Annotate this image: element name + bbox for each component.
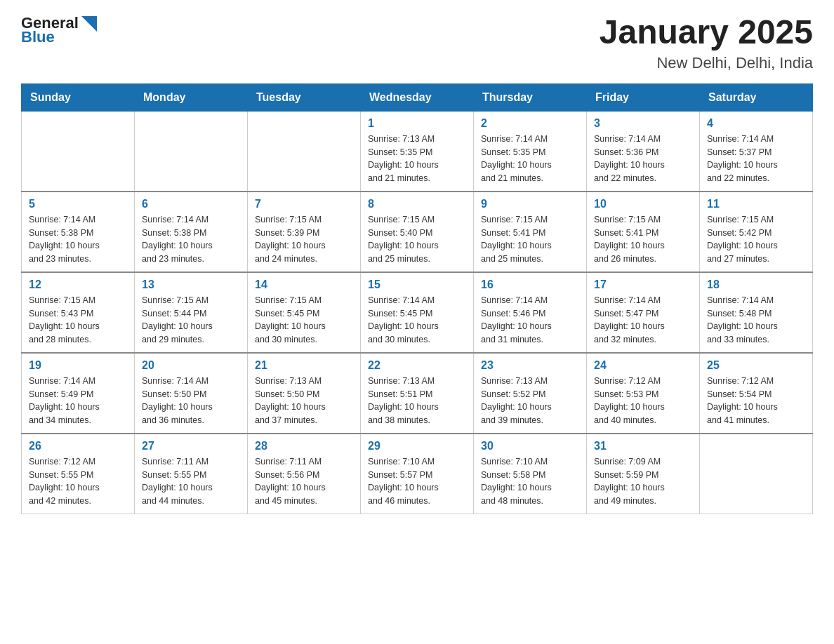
day-number: 21	[255, 359, 353, 372]
calendar-day-cell: 5Sunrise: 7:14 AMSunset: 5:38 PMDaylight…	[22, 192, 135, 272]
calendar-day-cell: 18Sunrise: 7:14 AMSunset: 5:48 PMDayligh…	[700, 272, 813, 353]
day-info: Sunrise: 7:14 AMSunset: 5:38 PMDaylight:…	[29, 213, 127, 266]
day-info: Sunrise: 7:15 AMSunset: 5:43 PMDaylight:…	[29, 294, 127, 347]
day-number: 11	[707, 198, 805, 210]
calendar-header-cell: Tuesday	[248, 83, 361, 111]
day-number: 5	[29, 198, 127, 210]
calendar-header-cell: Monday	[135, 83, 248, 111]
day-number: 31	[594, 440, 692, 452]
day-info: Sunrise: 7:09 AMSunset: 5:59 PMDaylight:…	[594, 455, 692, 508]
calendar-day-cell: 10Sunrise: 7:15 AMSunset: 5:41 PMDayligh…	[587, 192, 700, 272]
day-number: 17	[594, 279, 692, 291]
calendar-day-cell: 14Sunrise: 7:15 AMSunset: 5:45 PMDayligh…	[248, 272, 361, 353]
calendar-day-cell: 30Sunrise: 7:10 AMSunset: 5:58 PMDayligh…	[474, 434, 587, 514]
day-number: 16	[481, 279, 579, 291]
day-info: Sunrise: 7:14 AMSunset: 5:50 PMDaylight:…	[142, 375, 240, 427]
calendar-header-cell: Thursday	[474, 83, 587, 111]
day-number: 26	[29, 440, 127, 452]
day-info: Sunrise: 7:15 AMSunset: 5:45 PMDaylight:…	[255, 294, 353, 347]
day-info: Sunrise: 7:14 AMSunset: 5:38 PMDaylight:…	[142, 213, 240, 266]
calendar-day-cell: 24Sunrise: 7:12 AMSunset: 5:53 PMDayligh…	[587, 353, 700, 434]
calendar-header: SundayMondayTuesdayWednesdayThursdayFrid…	[22, 83, 813, 111]
calendar-day-cell: 2Sunrise: 7:14 AMSunset: 5:35 PMDaylight…	[474, 111, 587, 192]
day-info: Sunrise: 7:12 AMSunset: 5:55 PMDaylight:…	[29, 455, 127, 508]
calendar-day-cell: 28Sunrise: 7:11 AMSunset: 5:56 PMDayligh…	[248, 434, 361, 514]
calendar-day-cell: 11Sunrise: 7:15 AMSunset: 5:42 PMDayligh…	[700, 192, 813, 272]
calendar-day-cell	[22, 111, 135, 192]
day-info: Sunrise: 7:14 AMSunset: 5:47 PMDaylight:…	[594, 294, 692, 347]
day-info: Sunrise: 7:13 AMSunset: 5:35 PMDaylight:…	[368, 133, 466, 185]
day-number: 10	[594, 198, 692, 210]
day-info: Sunrise: 7:15 AMSunset: 5:42 PMDaylight:…	[707, 213, 805, 266]
calendar-week-row: 5Sunrise: 7:14 AMSunset: 5:38 PMDaylight…	[22, 192, 813, 272]
day-number: 24	[594, 359, 692, 372]
day-info: Sunrise: 7:13 AMSunset: 5:51 PMDaylight:…	[368, 375, 466, 427]
day-info: Sunrise: 7:11 AMSunset: 5:55 PMDaylight:…	[142, 455, 240, 508]
calendar-day-cell: 15Sunrise: 7:14 AMSunset: 5:45 PMDayligh…	[361, 272, 474, 353]
day-info: Sunrise: 7:13 AMSunset: 5:52 PMDaylight:…	[481, 375, 579, 427]
calendar-day-cell	[135, 111, 248, 192]
day-info: Sunrise: 7:14 AMSunset: 5:46 PMDaylight:…	[481, 294, 579, 347]
calendar-week-row: 12Sunrise: 7:15 AMSunset: 5:43 PMDayligh…	[22, 272, 813, 353]
day-number: 9	[481, 198, 579, 210]
day-number: 15	[368, 279, 466, 291]
calendar-day-cell: 3Sunrise: 7:14 AMSunset: 5:36 PMDaylight…	[587, 111, 700, 192]
calendar-day-cell: 9Sunrise: 7:15 AMSunset: 5:41 PMDaylight…	[474, 192, 587, 272]
day-info: Sunrise: 7:13 AMSunset: 5:50 PMDaylight:…	[255, 375, 353, 427]
calendar-day-cell: 17Sunrise: 7:14 AMSunset: 5:47 PMDayligh…	[587, 272, 700, 353]
day-info: Sunrise: 7:11 AMSunset: 5:56 PMDaylight:…	[255, 455, 353, 508]
calendar-day-cell	[700, 434, 813, 514]
calendar-day-cell	[248, 111, 361, 192]
day-info: Sunrise: 7:15 AMSunset: 5:41 PMDaylight:…	[594, 213, 692, 266]
calendar-day-cell: 7Sunrise: 7:15 AMSunset: 5:39 PMDaylight…	[248, 192, 361, 272]
day-info: Sunrise: 7:14 AMSunset: 5:49 PMDaylight:…	[29, 375, 127, 427]
day-info: Sunrise: 7:15 AMSunset: 5:40 PMDaylight:…	[368, 213, 466, 266]
day-number: 13	[142, 279, 240, 291]
calendar-day-cell: 22Sunrise: 7:13 AMSunset: 5:51 PMDayligh…	[361, 353, 474, 434]
day-number: 1	[368, 117, 466, 130]
calendar-day-cell: 21Sunrise: 7:13 AMSunset: 5:50 PMDayligh…	[248, 353, 361, 434]
day-info: Sunrise: 7:15 AMSunset: 5:44 PMDaylight:…	[142, 294, 240, 347]
title-block: January 2025 New Delhi, Delhi, India	[600, 14, 813, 72]
logo-blue-text: Blue	[21, 28, 55, 46]
day-number: 25	[707, 359, 805, 372]
calendar-day-cell: 23Sunrise: 7:13 AMSunset: 5:52 PMDayligh…	[474, 353, 587, 434]
calendar-day-cell: 29Sunrise: 7:10 AMSunset: 5:57 PMDayligh…	[361, 434, 474, 514]
day-number: 20	[142, 359, 240, 372]
day-number: 22	[368, 359, 466, 372]
calendar-body: 1Sunrise: 7:13 AMSunset: 5:35 PMDaylight…	[22, 111, 813, 514]
day-info: Sunrise: 7:14 AMSunset: 5:36 PMDaylight:…	[594, 133, 692, 185]
day-info: Sunrise: 7:10 AMSunset: 5:58 PMDaylight:…	[481, 455, 579, 508]
calendar-day-cell: 4Sunrise: 7:14 AMSunset: 5:37 PMDaylight…	[700, 111, 813, 192]
logo: General Blue	[21, 14, 97, 46]
day-info: Sunrise: 7:15 AMSunset: 5:41 PMDaylight:…	[481, 213, 579, 266]
logo-triangle-icon	[81, 16, 97, 32]
calendar-header-cell: Wednesday	[361, 83, 474, 111]
day-number: 6	[142, 198, 240, 210]
calendar-day-cell: 6Sunrise: 7:14 AMSunset: 5:38 PMDaylight…	[135, 192, 248, 272]
calendar-day-cell: 25Sunrise: 7:12 AMSunset: 5:54 PMDayligh…	[700, 353, 813, 434]
calendar-day-cell: 31Sunrise: 7:09 AMSunset: 5:59 PMDayligh…	[587, 434, 700, 514]
calendar-week-row: 1Sunrise: 7:13 AMSunset: 5:35 PMDaylight…	[22, 111, 813, 192]
calendar-day-cell: 1Sunrise: 7:13 AMSunset: 5:35 PMDaylight…	[361, 111, 474, 192]
day-number: 28	[255, 440, 353, 452]
calendar-day-cell: 16Sunrise: 7:14 AMSunset: 5:46 PMDayligh…	[474, 272, 587, 353]
calendar-header-row: SundayMondayTuesdayWednesdayThursdayFrid…	[22, 83, 813, 111]
calendar-day-cell: 26Sunrise: 7:12 AMSunset: 5:55 PMDayligh…	[22, 434, 135, 514]
calendar-week-row: 19Sunrise: 7:14 AMSunset: 5:49 PMDayligh…	[22, 353, 813, 434]
day-number: 2	[481, 117, 579, 130]
day-number: 23	[481, 359, 579, 372]
day-number: 27	[142, 440, 240, 452]
day-number: 8	[368, 198, 466, 210]
calendar-day-cell: 8Sunrise: 7:15 AMSunset: 5:40 PMDaylight…	[361, 192, 474, 272]
calendar-day-cell: 20Sunrise: 7:14 AMSunset: 5:50 PMDayligh…	[135, 353, 248, 434]
day-number: 29	[368, 440, 466, 452]
day-info: Sunrise: 7:14 AMSunset: 5:37 PMDaylight:…	[707, 133, 805, 185]
day-number: 18	[707, 279, 805, 291]
day-number: 3	[594, 117, 692, 130]
calendar-day-cell: 19Sunrise: 7:14 AMSunset: 5:49 PMDayligh…	[22, 353, 135, 434]
day-info: Sunrise: 7:14 AMSunset: 5:35 PMDaylight:…	[481, 133, 579, 185]
calendar-day-cell: 13Sunrise: 7:15 AMSunset: 5:44 PMDayligh…	[135, 272, 248, 353]
day-info: Sunrise: 7:12 AMSunset: 5:53 PMDaylight:…	[594, 375, 692, 427]
day-number: 14	[255, 279, 353, 291]
